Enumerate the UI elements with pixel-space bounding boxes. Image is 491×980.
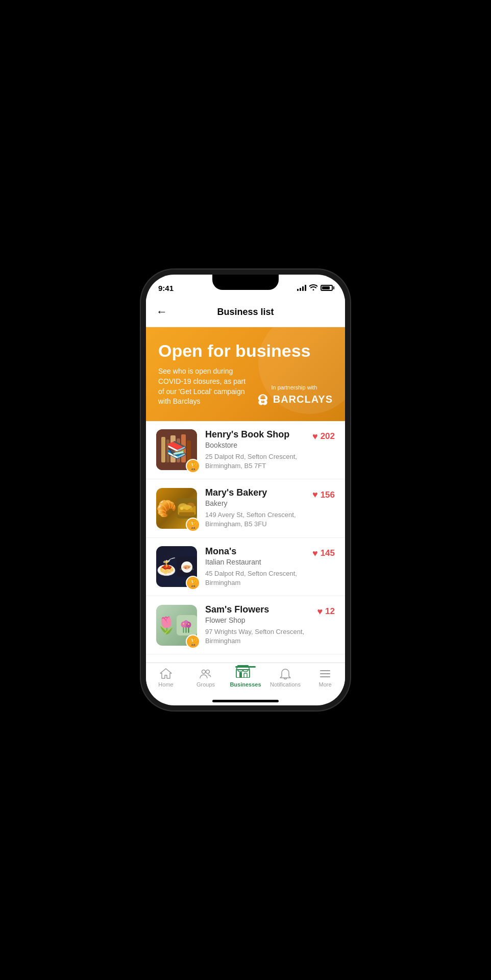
tab-home[interactable]: Home (146, 668, 186, 688)
svg-rect-5 (181, 434, 186, 462)
svg-point-39 (206, 670, 210, 673)
business-category: Italian Restaurant (205, 558, 304, 566)
svg-point-30 (188, 623, 189, 625)
battery-icon (321, 285, 333, 291)
more-icon (318, 668, 332, 680)
svg-rect-2 (166, 439, 169, 462)
barclays-eagle-icon (256, 393, 270, 407)
likes-count: 156 (321, 490, 335, 500)
business-name: Henry's Book Shop (205, 429, 304, 440)
notch (212, 275, 279, 290)
business-image-wrap: 🏆 (156, 605, 197, 646)
svg-point-14 (185, 506, 189, 510)
barclays-name: BARCLAYS (273, 394, 333, 405)
tab-home-label: Home (158, 681, 173, 688)
likes-count: 145 (321, 548, 335, 558)
business-image-wrap: 🏆 (156, 546, 197, 587)
hero-title: Open for business (158, 341, 333, 360)
business-likes[interactable]: ♥ 202 (312, 431, 335, 442)
list-item[interactable]: 🏆 Mona's Italian Restaurant 45 Dalpot Rd… (146, 538, 345, 596)
business-info: Mary's Bakery Bakery 149 Avery St, Sefto… (205, 487, 304, 529)
tab-groups-label: Groups (197, 681, 215, 688)
groups-icon (199, 668, 212, 680)
partner-label: In partnership with (256, 384, 333, 390)
svg-rect-4 (177, 438, 180, 462)
business-info: Henry's Book Shop Bookstore 25 Dalpot Rd… (205, 429, 304, 471)
likes-count: 202 (321, 431, 335, 442)
page-title: Business list (171, 307, 320, 317)
status-icons (297, 284, 333, 292)
svg-point-38 (202, 670, 206, 673)
business-category: Bakery (205, 499, 304, 507)
business-address: 45 Dalpot Rd, Sefton Crescent, Birmingha… (205, 569, 304, 587)
heart-icon: ♥ (312, 489, 318, 500)
tab-notifications[interactable]: Notifications (265, 668, 305, 688)
business-likes[interactable]: ♥ 145 (312, 548, 335, 559)
businesses-icon (235, 665, 251, 678)
list-item[interactable]: 🏆 Sam's Flowers Flower Shop 97 Wrights W… (146, 596, 345, 654)
status-time: 9:41 (158, 284, 174, 292)
notifications-icon (279, 668, 292, 680)
tab-notifications-label: Notifications (270, 681, 301, 688)
barclays-logo: BARCLAYS (256, 393, 333, 407)
business-image-wrap: 🏆 (156, 488, 197, 529)
list-item[interactable]: 🏆 Nails by Tiffany Nail Salon 2 North Pa… (146, 654, 345, 663)
business-category: Bookstore (205, 441, 304, 449)
wifi-icon (309, 284, 317, 292)
business-likes[interactable]: ♥ 12 (317, 606, 335, 617)
home-icon (159, 668, 173, 680)
business-info: Mona's Italian Restaurant 45 Dalpot Rd, … (205, 546, 304, 587)
business-name: Mary's Bakery (205, 487, 304, 498)
app-content: ← Business list Open for business See wh… (146, 297, 345, 705)
business-address: 149 Avery St, Sefton Crescent, Birmingha… (205, 510, 304, 529)
home-indicator (212, 700, 279, 702)
list-item[interactable]: 🏆 Henry's Book Shop Bookstore 25 Dalpot … (146, 421, 345, 479)
business-address: 97 Wrights Way, Sefton Crescent, Birming… (205, 627, 309, 646)
svg-point-32 (185, 620, 188, 624)
app-header: ← Business list (146, 297, 345, 327)
phone-shell: 9:41 ← Business lis (146, 275, 345, 705)
trophy-badge: 🏆 (186, 459, 200, 473)
business-address: 25 Dalpot Rd, Sefton Crescent, Birmingha… (205, 452, 304, 471)
svg-rect-1 (161, 437, 165, 462)
business-image-wrap: 🏆 (156, 429, 197, 470)
signal-icon (297, 285, 306, 291)
svg-point-13 (180, 507, 183, 510)
trophy-badge: 🏆 (186, 518, 200, 532)
svg-rect-41 (239, 672, 242, 678)
business-category: Flower Shop (205, 616, 309, 624)
trophy-badge: 🏆 (186, 634, 200, 649)
heart-icon: ♥ (312, 431, 318, 442)
tab-more[interactable]: More (305, 668, 345, 688)
tab-more-label: More (318, 681, 331, 688)
business-list[interactable]: 🏆 Henry's Book Shop Bookstore 25 Dalpot … (146, 421, 345, 663)
likes-count: 12 (325, 606, 335, 617)
svg-rect-3 (170, 435, 176, 462)
hero-subtitle: See who is open during COVID-19 closures… (158, 366, 248, 406)
business-likes[interactable]: ♥ 156 (312, 489, 335, 500)
business-name: Mona's (205, 546, 304, 557)
trophy-badge: 🏆 (186, 576, 200, 590)
business-info: Sam's Flowers Flower Shop 97 Wrights Way… (205, 604, 309, 646)
list-item[interactable]: 🏆 Mary's Bakery Bakery 149 Avery St, Sef… (146, 479, 345, 537)
tab-groups[interactable]: Groups (186, 668, 226, 688)
svg-point-15 (190, 507, 193, 510)
svg-point-31 (183, 623, 184, 624)
tab-businesses[interactable]: Businesses (226, 667, 265, 688)
back-button[interactable]: ← (156, 303, 171, 321)
svg-rect-42 (244, 673, 247, 678)
heart-icon: ♥ (312, 548, 318, 559)
business-name: Sam's Flowers (205, 604, 309, 615)
hero-bottom: See who is open during COVID-19 closures… (158, 366, 333, 406)
hero-banner: Open for business See who is open during… (146, 327, 345, 421)
tab-bar: Home Groups (146, 663, 345, 698)
tab-businesses-label: Businesses (230, 681, 261, 688)
heart-icon: ♥ (317, 606, 323, 617)
partner-block: In partnership with BARCLAYS (256, 384, 333, 407)
svg-rect-12 (179, 512, 194, 516)
